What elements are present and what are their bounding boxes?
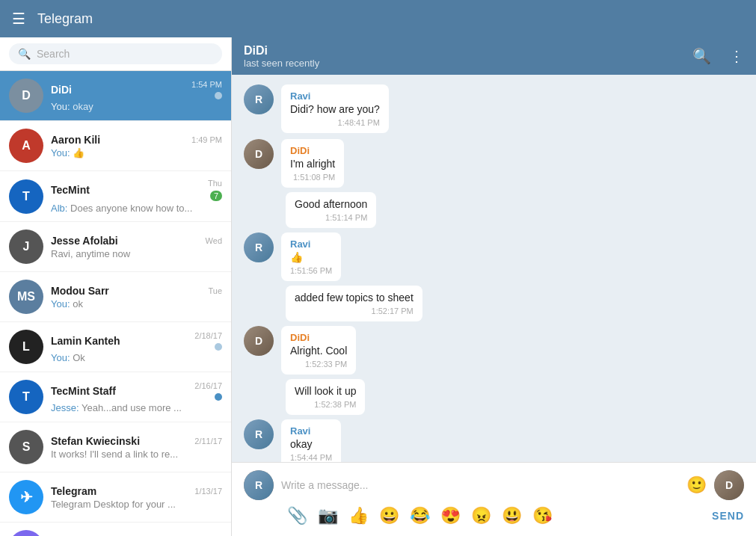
message-bubble: Good afternoon1:51:14 PM	[286, 192, 376, 228]
unread-badge: 7	[210, 191, 222, 201]
message-avatar: R	[244, 84, 274, 114]
chat-item[interactable]: JJesse AfolabiWedRavi, anytime now	[0, 222, 231, 272]
chat-time: 1/13/17	[194, 487, 222, 496]
message-time: 1:52:38 PM	[295, 400, 356, 409]
message-group: RRaviokay1:54:44 PM	[244, 419, 744, 462]
chat-name: Lamin Kanteh	[51, 335, 120, 347]
avatar: S	[9, 430, 43, 464]
preview-sender: Jesse:	[51, 402, 82, 413]
chat-item[interactable]: SPSatish Patil10/24/16You: Good	[0, 523, 231, 536]
message-group: DDiDiI'm alright1:51:08 PM	[244, 139, 744, 188]
chat-name: TecMint Staff	[51, 385, 116, 397]
chat-item[interactable]: ✈Telegram1/13/17Telegram Desktop for you…	[0, 472, 231, 523]
chat-item[interactable]: AAaron Kili1:49 PMYou: 👍	[0, 121, 231, 171]
hamburger-icon[interactable]: ☰	[12, 10, 25, 28]
message-time: 1:51:08 PM	[290, 173, 335, 182]
emoji-bar-item[interactable]: 😘	[532, 506, 553, 526]
chat-preview: Jesse: Yeah...and use more ...	[51, 402, 222, 413]
chat-preview: Telegram Desktop for your ...	[51, 499, 222, 510]
chat-name: Aaron Kili	[51, 134, 100, 146]
message-standalone: added few topics to sheet1:52:17 PM	[244, 286, 744, 321]
message-text: Good afternoon	[295, 198, 367, 210]
attach-icon[interactable]: 📎	[287, 506, 307, 526]
emoji-bar-item[interactable]: 😃	[502, 506, 522, 526]
message-time: 1:52:17 PM	[295, 306, 414, 315]
preview-text: okay	[73, 101, 93, 112]
emoji-bar-item[interactable]: 😠	[471, 506, 491, 526]
avatar: SP	[9, 530, 43, 536]
chat-time: Tue	[208, 286, 222, 295]
message-avatar: R	[244, 419, 274, 449]
chat-item[interactable]: SStefan Kwiecinski2/11/17It works! I'll …	[0, 422, 231, 472]
message-time: 1:48:41 PM	[290, 118, 380, 127]
chat-header: DiDi last seen recently 🔍 ⋮	[232, 37, 756, 75]
search-input[interactable]	[37, 48, 213, 60]
camera-icon[interactable]: 📷	[318, 506, 338, 526]
emoji-button[interactable]: 🙂	[686, 475, 707, 495]
emoji-bar-item[interactable]: 😍	[440, 506, 461, 526]
message-sender-name: Ravi	[290, 238, 332, 250]
avatar: ✈	[9, 480, 43, 514]
search-chat-icon[interactable]: 🔍	[692, 47, 711, 65]
message-time: 1:52:33 PM	[290, 360, 347, 369]
send-button[interactable]: SEND	[712, 510, 744, 522]
chat-item[interactable]: DDiDi1:54 PMYou: okay	[0, 71, 231, 121]
unread-dot	[215, 92, 222, 99]
chat-item[interactable]: LLamin Kanteh2/18/17You: Ok	[0, 322, 231, 372]
message-bubble: Ravi👍1:51:56 PM	[281, 232, 341, 281]
avatar: L	[9, 330, 43, 364]
emoji-bar-item[interactable]: 😀	[379, 506, 399, 526]
app-header: ☰ Telegram	[0, 0, 756, 37]
message-input[interactable]	[281, 479, 679, 491]
chat-area: DiDi last seen recently 🔍 ⋮ RRaviOkay9:4…	[232, 37, 756, 536]
more-options-icon[interactable]: ⋮	[729, 47, 744, 65]
chat-preview: It works! I'll send a link to re...	[51, 449, 222, 460]
emoji-bar-item[interactable]: 👍	[348, 506, 369, 526]
message-input-row: R 🙂 D	[244, 470, 744, 500]
chat-info: Modou SarrTueYou: ok	[51, 285, 222, 309]
search-input-wrapper: 🔍	[9, 43, 222, 64]
message-standalone: Good afternoon1:51:14 PM	[244, 192, 744, 228]
message-sender-name: Ravi	[290, 90, 380, 102]
chat-info: Stefan Kwiecinski2/11/17It works! I'll s…	[51, 435, 222, 460]
chat-time: 2/16/17	[194, 381, 222, 390]
message-input-area: R 🙂 D 📎📷👍😀😂😍😠😃😘SEND	[232, 462, 756, 536]
chat-time: Wed	[206, 236, 222, 245]
preview-sender: You:	[51, 147, 73, 158]
message-time: 1:51:56 PM	[290, 266, 332, 275]
chat-name: Modou Sarr	[51, 285, 109, 297]
message-bubble: Will look it up1:52:38 PM	[286, 379, 365, 415]
chat-list: DDiDi1:54 PMYou: okayAAaron Kili1:49 PMY…	[0, 71, 231, 536]
emoji-bar: 📎📷👍😀😂😍😠😃😘SEND	[244, 500, 744, 529]
message-time: 1:54:44 PM	[290, 453, 332, 462]
chat-time: 2/18/17	[194, 331, 222, 340]
chat-item[interactable]: TTecMint Staff2/16/17Jesse: Yeah...and u…	[0, 372, 231, 422]
preview-text: Ok	[73, 352, 85, 363]
chat-info: Aaron Kili1:49 PMYou: 👍	[51, 134, 222, 158]
messages-area: RRaviOkay9:48:45 PMCorrecting9:48:52 PMT…	[232, 75, 756, 462]
contact-name: DiDi	[244, 44, 319, 58]
message-sender-name: DiDi	[290, 145, 335, 156]
chat-name: DiDi	[51, 84, 72, 96]
chat-info: DiDi1:54 PMYou: okay	[51, 80, 222, 112]
preview-text: Does anyone know how to...	[70, 203, 192, 214]
avatar: D	[9, 78, 43, 113]
chat-name: Telegram	[51, 485, 96, 497]
recipient-avatar: D	[714, 470, 744, 500]
message-standalone: Will look it up1:52:38 PM	[244, 379, 744, 415]
avatar: MS	[9, 280, 43, 314]
chat-info: TecMint Staff2/16/17Jesse: Yeah...and us…	[51, 381, 222, 413]
preview-sender: You:	[51, 352, 73, 363]
preview-text: Yeah...and use more ...	[82, 402, 182, 413]
chat-item[interactable]: MSModou SarrTueYou: ok	[0, 272, 231, 322]
preview-text: ok	[73, 298, 83, 309]
message-bubble: RaviDidi? how are you?1:48:41 PM	[281, 84, 389, 133]
message-text: Will look it up	[295, 385, 356, 397]
chat-preview: You: Ok	[51, 352, 222, 363]
chat-item[interactable]: TTecMintThu7Alb: Does anyone know how to…	[0, 171, 231, 222]
message-sender-name: DiDi	[290, 332, 347, 343]
message-text: Alright. Cool	[290, 345, 347, 357]
emoji-bar-item[interactable]: 😂	[410, 506, 430, 526]
avatar: J	[9, 230, 43, 264]
message-group: RRaviDidi? how are you?1:48:41 PM	[244, 84, 744, 133]
